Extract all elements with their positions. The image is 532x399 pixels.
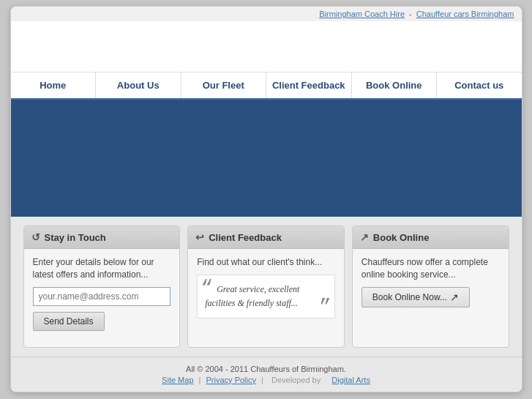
book-online-description: Chauffeurs now offer a complete online b… (361, 256, 500, 281)
nav-item-fleet[interactable]: Our Fleet (181, 72, 267, 98)
book-online-title: Book Online (373, 232, 430, 243)
client-feedback-box: ↩ Client Feedback Find out what our clie… (187, 225, 345, 348)
email-input[interactable] (33, 287, 171, 306)
chat-icon: ↩ (195, 231, 204, 243)
book-online-button[interactable]: Book Online Now... ↗ (361, 287, 470, 307)
top-separator: - (409, 10, 412, 18)
stay-in-touch-title: Stay in Touch (45, 232, 106, 243)
stay-in-touch-box: ↺ Stay in Touch Enter your details below… (23, 225, 181, 348)
client-feedback-body: Find out what our client's think... Grea… (188, 249, 344, 329)
footer-links: Site Map | Privacy Policy | Developed by… (18, 376, 514, 384)
hero-banner (11, 100, 522, 217)
stay-in-touch-header: ↺ Stay in Touch (24, 226, 180, 249)
nav-item-book[interactable]: Book Online (352, 72, 438, 98)
footer-privacy-link[interactable]: Privacy Policy (206, 376, 256, 384)
footer-sitemap-link[interactable]: Site Map (162, 376, 193, 384)
top-link-chauffeur[interactable]: Chauffeur cars Birmingham (416, 10, 514, 18)
cursor-icon: ↗ (450, 291, 459, 303)
footer-developer-link[interactable]: Digital Arts (331, 376, 370, 384)
logo-area (11, 21, 522, 72)
quote-area: Great service, excellent facilities & fr… (197, 275, 335, 318)
book-online-button-label: Book Online Now... (372, 292, 447, 302)
send-details-button[interactable]: Send Details (33, 312, 105, 331)
footer: All © 2004 - 2011 Chauffeurs of Birmingh… (11, 357, 522, 392)
book-online-header: ↗ Book Online (353, 226, 509, 249)
client-feedback-description: Find out what our client's think... (197, 256, 335, 269)
nav-item-contact[interactable]: Contact us (437, 72, 522, 98)
main-wrapper: Birmingham Coach Hire - Chauffeur cars B… (10, 6, 522, 392)
footer-separator-1: | (199, 376, 203, 384)
footer-developed-text: Developed by (271, 376, 321, 384)
stay-in-touch-body: Enter your details below for our latest … (24, 249, 180, 338)
nav-bar: Home About Us Our Fleet Client Feedback … (11, 72, 522, 100)
globe-icon: ↗ (360, 231, 369, 243)
stay-in-touch-description: Enter your details below for our latest … (33, 256, 171, 281)
top-link-coach-hire[interactable]: Birmingham Coach Hire (319, 10, 405, 18)
three-cols: ↺ Stay in Touch Enter your details below… (11, 217, 522, 357)
top-bar: Birmingham Coach Hire - Chauffeur cars B… (11, 7, 522, 21)
nav-item-about[interactable]: About Us (96, 72, 181, 98)
nav-item-feedback[interactable]: Client Feedback (266, 72, 352, 98)
book-online-box: ↗ Book Online Chauffeurs now offer a com… (352, 225, 509, 348)
book-online-body: Chauffeurs now offer a complete online b… (353, 249, 509, 315)
refresh-icon: ↺ (31, 231, 40, 243)
footer-separator-2: | (261, 376, 266, 384)
quote-text: Great service, excellent facilities & fr… (205, 284, 299, 308)
client-feedback-header: ↩ Client Feedback (188, 226, 344, 249)
nav-item-home[interactable]: Home (11, 72, 97, 98)
footer-copyright: All © 2004 - 2011 Chauffeurs of Birmingh… (18, 365, 514, 373)
client-feedback-title: Client Feedback (209, 232, 282, 243)
